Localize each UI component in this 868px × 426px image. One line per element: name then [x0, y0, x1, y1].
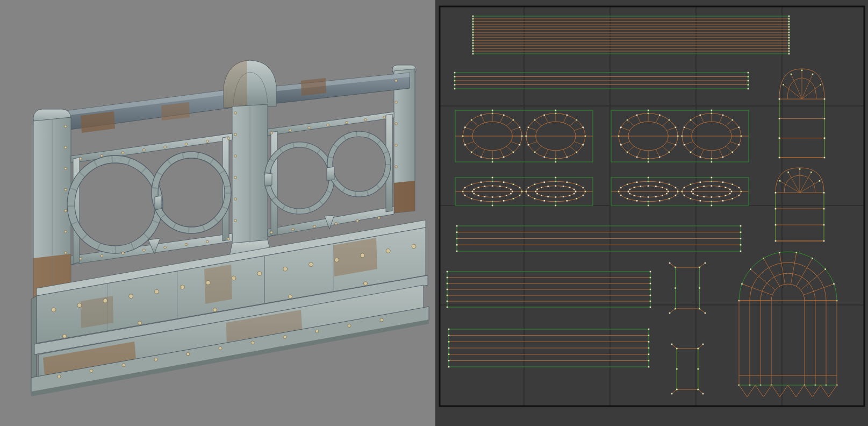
- uv-editor[interactable]: [435, 0, 868, 426]
- uv-canvas[interactable]: [435, 0, 868, 426]
- app-window: [0, 0, 868, 426]
- uv-background: [435, 0, 868, 426]
- viewport-3d[interactable]: [0, 0, 435, 426]
- uv-island-top-strip[interactable]: [472, 16, 790, 55]
- viewport-canvas[interactable]: [0, 0, 435, 426]
- railing-post-left: [33, 109, 71, 308]
